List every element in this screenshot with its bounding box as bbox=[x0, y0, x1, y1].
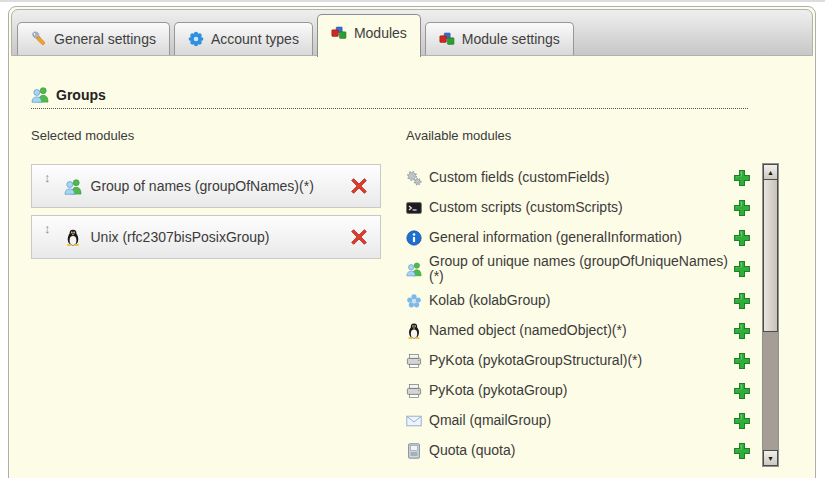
add-icon bbox=[733, 169, 751, 187]
available-module-label: Quota (quota) bbox=[429, 443, 515, 458]
kolab-icon bbox=[406, 293, 422, 309]
groups-section-header: Groups bbox=[31, 86, 748, 109]
add-icon bbox=[733, 229, 751, 247]
available-module-label: General information (generalInformation) bbox=[429, 230, 682, 245]
selected-module-row-unix[interactable]: ↕ Unix (rfc2307bisPosixGroup) bbox=[31, 215, 381, 259]
available-module-row-general-information: General information (generalInformation) bbox=[406, 223, 753, 253]
available-module-label: Custom scripts (customScripts) bbox=[429, 200, 623, 215]
add-icon bbox=[733, 352, 751, 370]
available-modules-column: Available modules Custom fields (customF… bbox=[406, 128, 779, 467]
tab-module-settings[interactable]: Module settings bbox=[425, 22, 574, 55]
disk-icon bbox=[406, 443, 422, 459]
section-title: Groups bbox=[56, 87, 106, 103]
tab-bar: General settings Account types Modules M… bbox=[11, 9, 813, 56]
scroll-up-icon: ▲ bbox=[767, 169, 774, 176]
selected-modules-list: ↕ Group of names (groupOfNames)(*) ↕ Uni… bbox=[31, 164, 406, 259]
add-module-button[interactable] bbox=[733, 352, 751, 370]
available-module-label: PyKota (pykotaGroup) bbox=[429, 383, 568, 398]
add-module-button[interactable] bbox=[733, 169, 751, 187]
available-module-row-pykota-structural: PyKota (pykotaGroupStructural)(*) bbox=[406, 346, 753, 376]
settings-panel: General settings Account types Modules M… bbox=[8, 6, 816, 478]
available-module-row-pykota: PyKota (pykotaGroup) bbox=[406, 376, 753, 406]
add-icon bbox=[733, 382, 751, 400]
available-module-label: Group of unique names (groupOfUniqueName… bbox=[429, 254, 729, 285]
available-module-row-qmail: Qmail (qmailGroup) bbox=[406, 406, 753, 436]
selected-modules-column: Selected modules ↕ Group of names (group… bbox=[31, 128, 406, 266]
account-types-icon bbox=[188, 31, 204, 47]
remove-module-button[interactable] bbox=[350, 177, 368, 195]
add-module-button[interactable] bbox=[733, 322, 751, 340]
selected-module-row-group-of-names[interactable]: ↕ Group of names (groupOfNames)(*) bbox=[31, 164, 381, 208]
available-module-label: Custom fields (customFields) bbox=[429, 170, 610, 185]
add-module-button[interactable] bbox=[733, 412, 751, 430]
available-module-row-kolab: Kolab (kolabGroup) bbox=[406, 286, 753, 316]
terminal-icon bbox=[406, 200, 422, 216]
drag-handle-icon[interactable]: ↕ bbox=[44, 216, 51, 236]
add-icon bbox=[733, 260, 751, 278]
available-module-row-custom-fields: Custom fields (customFields) bbox=[406, 163, 753, 193]
add-module-button[interactable] bbox=[733, 229, 751, 247]
selected-module-label: Unix (rfc2307bisPosixGroup) bbox=[91, 229, 351, 245]
printer-icon bbox=[406, 353, 422, 369]
scroll-up-button[interactable]: ▲ bbox=[763, 164, 778, 180]
group-icon bbox=[406, 261, 422, 277]
envelope-icon bbox=[406, 413, 422, 429]
info-icon bbox=[406, 230, 422, 246]
available-module-label: Qmail (qmailGroup) bbox=[429, 413, 551, 428]
available-module-label: Kolab (kolabGroup) bbox=[429, 293, 550, 308]
add-icon bbox=[733, 412, 751, 430]
add-module-button[interactable] bbox=[733, 260, 751, 278]
available-module-row-quota: Quota (quota) bbox=[406, 436, 753, 466]
add-module-button[interactable] bbox=[733, 442, 751, 460]
modules-icon bbox=[439, 31, 455, 47]
tab-modules[interactable]: Modules bbox=[317, 14, 421, 57]
gears-icon bbox=[406, 170, 422, 186]
penguin-icon bbox=[406, 323, 422, 339]
penguin-icon bbox=[64, 229, 82, 246]
available-module-row-named-object: Named object (namedObject)(*) bbox=[406, 316, 753, 346]
group-icon bbox=[31, 86, 49, 103]
selected-module-label: Group of names (groupOfNames)(*) bbox=[91, 178, 351, 194]
available-module-label: Named object (namedObject)(*) bbox=[429, 323, 627, 338]
tab-general-settings[interactable]: General settings bbox=[17, 22, 170, 55]
delete-icon bbox=[350, 177, 368, 195]
scroll-down-icon: ▼ bbox=[767, 455, 774, 462]
modules-icon bbox=[331, 25, 347, 41]
available-module-row-custom-scripts: Custom scripts (customScripts) bbox=[406, 193, 753, 223]
available-modules-heading: Available modules bbox=[406, 128, 779, 143]
modules-tab-content: Groups Selected modules ↕ Group of names… bbox=[9, 56, 815, 467]
add-module-button[interactable] bbox=[733, 382, 751, 400]
tab-label: Module settings bbox=[462, 31, 560, 47]
tab-label: Account types bbox=[211, 31, 299, 47]
add-module-button[interactable] bbox=[733, 199, 751, 217]
wrench-icon bbox=[31, 31, 47, 47]
add-module-button[interactable] bbox=[733, 292, 751, 310]
tab-label: General settings bbox=[54, 31, 156, 47]
drag-handle-icon[interactable]: ↕ bbox=[44, 165, 51, 185]
selected-modules-heading: Selected modules bbox=[31, 128, 406, 143]
add-icon bbox=[733, 322, 751, 340]
scroll-down-button[interactable]: ▼ bbox=[763, 450, 778, 466]
remove-module-button[interactable] bbox=[350, 228, 368, 246]
add-icon bbox=[733, 292, 751, 310]
tab-label: Modules bbox=[354, 25, 407, 41]
scrollbar-thumb[interactable] bbox=[763, 180, 778, 332]
group-icon bbox=[64, 178, 82, 195]
available-module-row-group-of-unique-names: Group of unique names (groupOfUniqueName… bbox=[406, 253, 753, 286]
available-modules-scrollbar[interactable]: ▲ ▼ bbox=[762, 163, 779, 467]
available-modules-list: Custom fields (customFields) Custom scri… bbox=[406, 163, 753, 466]
delete-icon bbox=[350, 228, 368, 246]
printer-icon bbox=[406, 383, 422, 399]
tab-account-types[interactable]: Account types bbox=[174, 22, 313, 55]
add-icon bbox=[733, 442, 751, 460]
page-top-divider bbox=[0, 0, 825, 2]
add-icon bbox=[733, 199, 751, 217]
available-module-label: PyKota (pykotaGroupStructural)(*) bbox=[429, 353, 642, 368]
scrollbar-track[interactable] bbox=[763, 332, 778, 450]
